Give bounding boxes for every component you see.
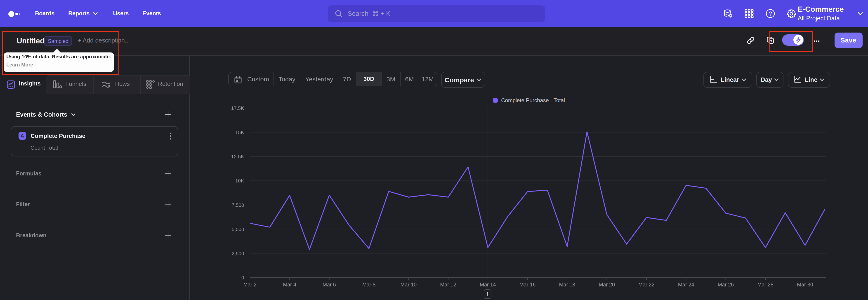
svg-text:10K: 10K (235, 178, 244, 183)
svg-text:17.5K: 17.5K (231, 105, 244, 111)
svg-text:2,500: 2,500 (232, 250, 244, 256)
svg-text:Mar 16: Mar 16 (520, 281, 536, 287)
svg-text:Mar 26: Mar 26 (718, 281, 734, 287)
svg-text:Mar 4: Mar 4 (283, 281, 296, 287)
svg-text:15K: 15K (235, 129, 244, 135)
svg-text:Mar 20: Mar 20 (599, 281, 615, 287)
svg-text:7,500: 7,500 (232, 202, 244, 208)
svg-text:Mar 14: Mar 14 (480, 281, 496, 287)
svg-text:12.5K: 12.5K (231, 153, 244, 159)
svg-text:Mar 28: Mar 28 (757, 281, 774, 287)
svg-text:0: 0 (241, 275, 244, 280)
svg-text:Mar 12: Mar 12 (440, 281, 456, 287)
svg-text:Mar 10: Mar 10 (401, 281, 417, 287)
svg-text:Mar 6: Mar 6 (322, 281, 336, 287)
svg-text:?: ? (769, 10, 772, 17)
svg-text:Mar 24: Mar 24 (678, 281, 694, 287)
svg-text:Mar 18: Mar 18 (559, 281, 575, 287)
svg-text:Mar 22: Mar 22 (638, 281, 655, 287)
svg-text:Mar 2: Mar 2 (243, 281, 257, 287)
svg-text:Mar 8: Mar 8 (362, 281, 376, 287)
svg-text:5,000: 5,000 (232, 226, 244, 232)
svg-text:Mar 30: Mar 30 (797, 281, 813, 287)
